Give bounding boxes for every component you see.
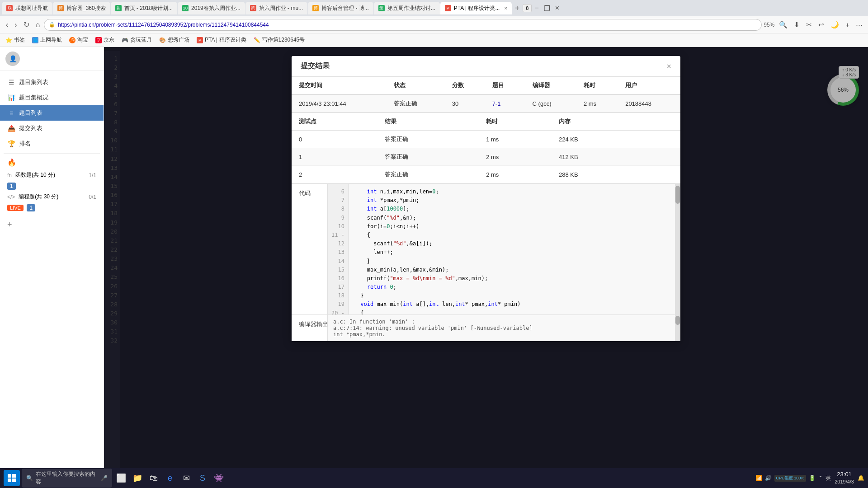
expand-tray-icon[interactable]: ⌃ [818, 475, 823, 481]
sidebar-item-problem-sets[interactable]: ☰ 题目集列表 [0, 75, 104, 90]
minimize-button[interactable]: − [532, 2, 541, 14]
compiler-scrollbar[interactable] [675, 315, 680, 341]
test-header-row: 测试点 结果 耗时 内存 [292, 113, 680, 131]
mic-icon[interactable]: 🎤 [101, 475, 108, 481]
taskbar-search[interactable]: 🔍 在这里输入你要搜索的内容 🎤 [22, 469, 112, 488]
add-tab-button[interactable]: + [512, 4, 523, 13]
sidebar-item-rank[interactable]: 🏆 排名 [0, 136, 104, 151]
forward-button[interactable]: › [12, 19, 19, 31]
code-ln-6: 6 [328, 188, 348, 196]
restore-button[interactable]: ❐ [542, 2, 552, 14]
sidebar-item-overview[interactable]: 📊 题目集概况 [0, 90, 104, 105]
code-ln-20: 20 - [328, 309, 348, 314]
th-time-used: 耗时 [576, 77, 618, 94]
fn-icon: fn [7, 172, 12, 178]
problem-badge-1[interactable]: 1 [7, 183, 16, 190]
start-button[interactable] [4, 470, 20, 486]
td-test-memory-2: 288 KB [552, 166, 642, 183]
home-button[interactable]: ⌂ [33, 19, 42, 31]
td-test-result-1: 答案正确 [377, 148, 479, 166]
menu-button[interactable]: ⋯ [854, 19, 864, 31]
address-text: https://pintia.cn/problem-sets/111247612… [58, 22, 757, 28]
bookmark-taobao[interactable]: 淘 淘宝 [67, 35, 90, 45]
code-ln-18: 18 [328, 291, 348, 300]
app-button[interactable]: 👾 [212, 471, 226, 485]
bookmark-jd[interactable]: 京 京东 [94, 35, 116, 45]
store-button[interactable]: 🛍 [146, 471, 161, 485]
code-scrollbar[interactable] [675, 184, 680, 314]
download-button[interactable]: ⬇ [792, 19, 802, 31]
extensions-button[interactable]: + [844, 19, 851, 30]
sougou-button[interactable]: S [195, 471, 210, 485]
th-test-time: 耗时 [479, 113, 552, 131]
tab-1[interactable]: 联 联想网址导航 [2, 2, 52, 14]
speaker-icon: 🔊 [765, 475, 772, 481]
taskview-button[interactable]: ⬜ [114, 471, 128, 485]
tab-favicon-7: 第 [378, 5, 385, 11]
undo-button[interactable]: ↩ [816, 19, 826, 31]
tab-6[interactable]: 博 博客后台管理 - 博... [308, 2, 373, 14]
taskbar-search-text: 在这里输入你要搜索的内容 [36, 470, 98, 486]
bookmark-star[interactable]: ⭐ 书签 [4, 35, 27, 45]
tab-label-7: 第五周作业结对讨... [387, 5, 435, 12]
td-user: 20188448 [618, 94, 680, 113]
cpu-pct: 100% [794, 476, 804, 480]
tab-2[interactable]: 博 博客园_360搜索 [53, 2, 110, 14]
bookmark-xiuxiu[interactable]: 🎨 想秀广场 [157, 35, 191, 45]
td-test-id-0: 0 [292, 131, 377, 148]
compiler-section: 编译器输出 a.c: In function 'main' : a.c:7:14… [292, 314, 680, 341]
code-ln-12: 12 [328, 239, 348, 248]
code-box[interactable]: 6 7 8 9 10 11 - 12 13 14 15 [328, 184, 680, 314]
bookmark-pta[interactable]: P PTA | 程序设计类 [195, 35, 248, 45]
tab-8[interactable]: P PTA | 程序设计类... × [440, 2, 512, 14]
th-test-empty [642, 113, 680, 131]
close-button[interactable]: × [553, 2, 561, 14]
edge-button[interactable]: e [163, 471, 177, 485]
tab-3[interactable]: 首 首页 - 2018级计划... [111, 2, 177, 14]
explorer-button[interactable]: 📁 [130, 471, 145, 485]
refresh-button[interactable]: ↻ [21, 19, 32, 31]
live-badge: LIVE [7, 205, 24, 211]
problem-badge-live[interactable]: 1 [27, 204, 35, 211]
th-test-id: 测试点 [292, 113, 377, 131]
search-button[interactable]: 🔍 [777, 19, 789, 31]
close-tab-icon[interactable]: × [504, 5, 507, 11]
bookmark-tanwan[interactable]: 🎮 贪玩蓝月 [120, 35, 154, 45]
notification-icon[interactable]: 🔔 [858, 475, 864, 481]
taskbar-time[interactable]: 23:01 2019/4/3 [835, 471, 854, 485]
compiler-line-1: a.c: In function 'main' : [333, 319, 670, 325]
code-ln-16: 16 [328, 274, 348, 283]
mail-button[interactable]: ✉ [179, 471, 193, 485]
svg-rect-1 [12, 474, 16, 478]
bookmark-write[interactable]: ✏️ 写作第1230645号 [252, 35, 307, 45]
tab-7[interactable]: 第 第五周作业结对讨... [374, 2, 440, 14]
lang-indicator[interactable]: 英 [826, 474, 831, 482]
sidebar-add-button[interactable]: + [0, 216, 104, 233]
prog-label: 编程题(共 30 分) [19, 193, 58, 201]
bookmark-nav[interactable]: 🌐 上网导航 [30, 35, 64, 45]
theme-button[interactable]: 🌙 [829, 19, 841, 31]
tab-5[interactable]: 第 第六周作业 - mu... [245, 2, 307, 14]
sidebar-fn-group[interactable]: fn 函数题(共 10 分) 1/1 [0, 169, 104, 181]
back-button[interactable]: ‹ [4, 19, 10, 31]
code-scrollbar-thumb[interactable] [675, 186, 680, 204]
compiler-line-2: a.c:7:14: warning: unused variable 'pmin… [333, 325, 670, 331]
compiler-output[interactable]: a.c: In function 'main' : a.c:7:14: warn… [328, 315, 675, 341]
td-problem[interactable]: 7-1 [485, 94, 525, 113]
sidebar-badge-1-container: 1 [0, 181, 104, 191]
address-bar[interactable]: 🔒 https://pintia.cn/problem-sets/1112476… [44, 19, 762, 31]
modal-close-button[interactable]: × [666, 62, 671, 70]
tab-4[interactable]: 20 2019春第六周作业... [178, 2, 245, 14]
compiler-line-3: int *pmax,*pmin. [333, 331, 670, 338]
bookmark-label-5: 想秀广场 [168, 36, 189, 44]
bookmark-label-4: 贪玩蓝月 [130, 36, 152, 44]
sidebar-item-submissions[interactable]: 📤 提交列表 [0, 121, 104, 136]
compiler-scrollbar-thumb[interactable] [675, 316, 680, 325]
tab-favicon-2: 博 [57, 5, 64, 11]
scissors-button[interactable]: ✂ [804, 19, 814, 31]
browser-chrome: 联 联想网址导航 博 博客园_360搜索 首 首页 - 2018级计划... 2… [0, 0, 868, 47]
sidebar-prog-group[interactable]: </> 编程题(共 30 分) 0/1 [0, 191, 104, 202]
tab-counter: 8 [523, 4, 532, 12]
sidebar-item-problem-list[interactable]: ≡ 题目列表 [0, 105, 104, 121]
bookmark-icon-4: 🎮 [122, 37, 128, 43]
